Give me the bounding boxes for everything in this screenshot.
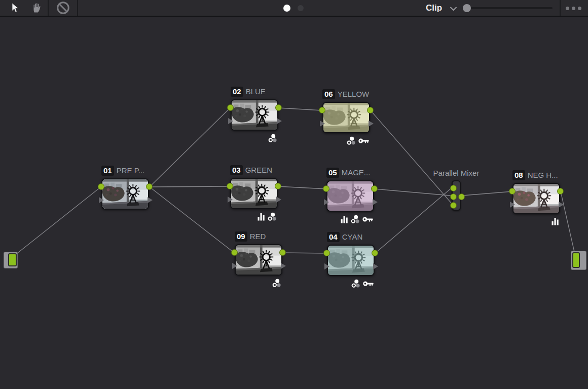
key-input-port[interactable] xyxy=(324,263,329,269)
node-01-prep[interactable]: 01PRE P... xyxy=(101,178,149,210)
node-graph-canvas[interactable]: Clip 01PRE P... xyxy=(0,0,588,389)
key-output-port[interactable] xyxy=(559,202,564,208)
rgb-input-port[interactable] xyxy=(323,250,330,256)
rgb-output-port[interactable] xyxy=(371,185,378,192)
options-menu-button[interactable] xyxy=(566,7,581,10)
mixer-output-port[interactable] xyxy=(458,193,465,200)
mixer-input-port-3[interactable] xyxy=(450,202,457,209)
source-input-node[interactable] xyxy=(4,252,18,268)
rgb-output-port[interactable] xyxy=(367,107,374,113)
graph-page-dot-active[interactable] xyxy=(283,5,290,12)
node-08-negh[interactable]: 08NEG H... xyxy=(512,183,560,214)
node-number-badge: 09 xyxy=(235,231,247,242)
connection-line[interactable] xyxy=(375,189,453,196)
node-thumbnail[interactable] xyxy=(326,180,374,212)
connection-line[interactable] xyxy=(278,186,326,189)
node-02-blue[interactable]: 02BLUE xyxy=(231,99,278,131)
node-thumbnail[interactable] xyxy=(512,183,560,214)
zoom-slider-track[interactable] xyxy=(464,7,553,9)
histogram-badge-icon xyxy=(258,213,265,221)
node-09-red[interactable]: 09RED xyxy=(235,244,282,276)
key-input-port[interactable] xyxy=(99,197,104,203)
node-04-cyan[interactable]: 04CYAN xyxy=(327,245,375,276)
connection-line[interactable] xyxy=(150,186,230,187)
node-number-badge: 02 xyxy=(231,87,243,97)
node-label: 04CYAN xyxy=(327,232,362,242)
connection-line[interactable] xyxy=(283,253,326,253)
key-output-port[interactable] xyxy=(277,118,282,124)
node-thumbnail[interactable] xyxy=(230,178,278,209)
node-label: 02BLUE xyxy=(231,87,266,97)
rgb-output-port[interactable] xyxy=(146,183,153,190)
key-output-port[interactable] xyxy=(369,121,374,127)
node-editor-toolbar: Clip xyxy=(0,0,588,17)
thumbnail-tint-overlay xyxy=(102,179,148,209)
key-input-port[interactable] xyxy=(228,197,233,203)
source-port-bar xyxy=(8,253,17,266)
connection-line[interactable] xyxy=(561,191,574,252)
rgb-input-port[interactable] xyxy=(227,183,233,189)
rgb-input-port[interactable] xyxy=(98,183,104,190)
chevron-down-icon[interactable] xyxy=(450,7,457,11)
parallel-mixer-label: Parallel Mixer xyxy=(433,169,480,177)
ellipsis-icon xyxy=(572,7,575,10)
node-name-text: BLUE xyxy=(246,87,266,96)
node-thumbnail[interactable] xyxy=(327,245,375,276)
node-name-text: YELLOW xyxy=(338,90,370,98)
output-node[interactable] xyxy=(571,251,586,270)
rgb-output-port[interactable] xyxy=(275,104,282,111)
node-06-yellow[interactable]: 06YELLOW xyxy=(322,102,370,133)
zoom-slider-thumb[interactable] xyxy=(463,4,471,12)
node-number-badge: 06 xyxy=(322,89,335,99)
graph-page-dot-inactive[interactable] xyxy=(298,5,304,11)
pointer-tool-button[interactable] xyxy=(5,0,24,16)
node-05-mage[interactable]: 05MAGE... xyxy=(326,180,374,212)
node-thumbnail[interactable] xyxy=(322,102,370,133)
histogram-badge-icon xyxy=(552,217,559,225)
node-thumbnail[interactable] xyxy=(231,99,278,131)
mixer-input-port-2[interactable] xyxy=(450,193,457,200)
rgb-input-port[interactable] xyxy=(509,188,516,194)
pan-tool-button[interactable] xyxy=(26,0,46,16)
mixer-badge-icon xyxy=(347,136,356,145)
toolbar-separator xyxy=(560,0,561,16)
key-output-port[interactable] xyxy=(281,263,286,269)
key-output-port[interactable] xyxy=(276,197,281,203)
key-input-port[interactable] xyxy=(510,202,515,208)
key-input-port[interactable] xyxy=(320,121,325,127)
node-badges xyxy=(268,134,277,143)
connection-line[interactable] xyxy=(279,108,322,110)
rgb-output-port[interactable] xyxy=(279,249,286,256)
node-name-text: MAGE... xyxy=(342,168,371,177)
key-output-port[interactable] xyxy=(148,197,153,203)
node-03-green[interactable]: 03GREEN xyxy=(230,178,278,209)
mode-dropdown-label[interactable]: Clip xyxy=(426,0,442,16)
connection-lines-layer xyxy=(0,0,588,389)
key-output-port[interactable] xyxy=(373,263,378,269)
node-number-badge: 03 xyxy=(230,165,243,175)
connection-line[interactable] xyxy=(150,108,230,187)
rgb-input-port[interactable] xyxy=(319,107,325,113)
connection-line[interactable] xyxy=(463,191,512,196)
bypass-grades-button[interactable] xyxy=(50,0,76,16)
key-input-port[interactable] xyxy=(324,199,329,205)
key-input-port[interactable] xyxy=(232,263,237,269)
rgb-output-port[interactable] xyxy=(275,183,281,189)
node-badges xyxy=(272,279,281,288)
parallel-mixer-node[interactable]: Parallel Mixer xyxy=(452,180,461,211)
connection-line[interactable] xyxy=(371,110,453,205)
node-thumbnail[interactable] xyxy=(101,178,149,210)
node-label: 05MAGE... xyxy=(326,168,370,178)
key-input-port[interactable] xyxy=(228,118,233,124)
mixer-input-port-1[interactable] xyxy=(450,185,457,191)
rgb-input-port[interactable] xyxy=(231,249,238,256)
node-thumbnail[interactable] xyxy=(235,244,282,276)
rgb-input-port[interactable] xyxy=(227,104,234,111)
connection-line[interactable] xyxy=(375,187,453,254)
connection-line[interactable] xyxy=(17,187,101,253)
rgb-output-port[interactable] xyxy=(557,188,564,194)
key-output-port[interactable] xyxy=(373,199,378,205)
rgb-output-port[interactable] xyxy=(372,250,378,256)
rgb-input-port[interactable] xyxy=(323,185,329,192)
connection-line[interactable] xyxy=(150,187,234,253)
